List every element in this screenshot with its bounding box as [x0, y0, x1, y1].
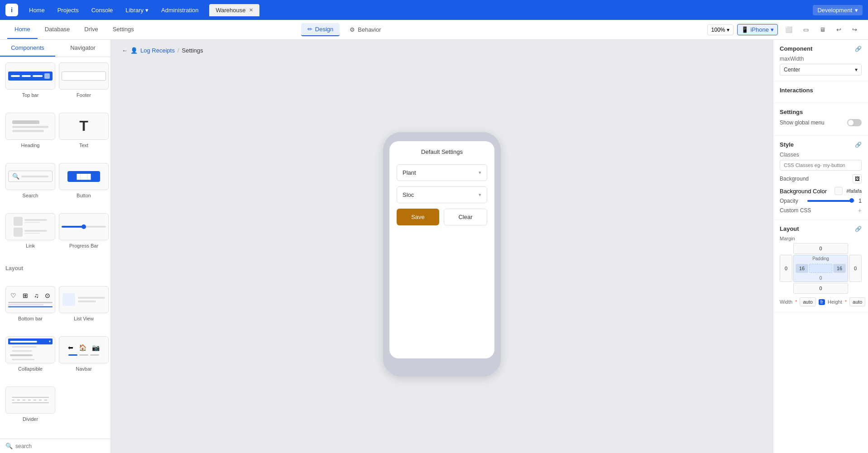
nav-administration[interactable]: Administration — [156, 4, 204, 16]
component-footer[interactable]: Footer — [59, 62, 109, 109]
phone-mockup: Default Settings Plant ▾ Sloc ▾ Save Cle… — [383, 132, 501, 377]
custom-css-expand-btn[interactable]: + — [858, 207, 862, 214]
tab-drive[interactable]: Drive — [77, 20, 105, 39]
component-heading[interactable]: Heading — [5, 113, 55, 159]
nav-console[interactable]: Console — [86, 4, 119, 16]
bottombar-label: Bottom bar — [18, 316, 43, 321]
zoom-select[interactable]: 100% ▾ — [707, 24, 734, 35]
tab-home[interactable]: Home — [7, 20, 38, 39]
button-label: Button — [77, 193, 91, 198]
progress-label: Progress Bar — [69, 243, 98, 248]
padding-right-box[interactable]: 16 — [833, 264, 846, 273]
active-tab-warehouse[interactable]: Warehouse ✕ — [209, 4, 259, 16]
top-nav-right: Development ▾ — [813, 5, 863, 15]
breadcrumb-page-link[interactable]: Log Receipts — [140, 47, 175, 54]
component-text[interactable]: T Text — [59, 113, 109, 159]
canvas-center: Default Settings Plant ▾ Sloc ▾ Save Cle… — [118, 63, 766, 446]
desktop-btn[interactable]: 🖥 — [816, 24, 829, 35]
component-collapsible[interactable]: ▾ Collapsible — [5, 336, 55, 383]
field-plant-chevron: ▾ — [479, 170, 481, 176]
component-navbar[interactable]: ⬅ 🏠 📷 Navbar — [59, 336, 109, 383]
background-image-btn[interactable]: 🖼 — [853, 174, 862, 183]
show-global-menu-toggle[interactable] — [847, 119, 862, 126]
left-panel: Components Navigator Top bar Footer — [0, 40, 111, 453]
back-arrow-icon[interactable]: ← — [122, 47, 128, 54]
phone-field-sloc[interactable]: Sloc ▾ — [397, 186, 487, 203]
canvas-area: ← 👤 Log Receipts / Settings Default Sett… — [111, 40, 773, 453]
margin-bottom-box[interactable]: 0 — [793, 283, 848, 294]
background-color-swatch[interactable] — [834, 187, 843, 195]
height-box[interactable]: auto — [849, 297, 865, 306]
component-section-header: Component 🔗 — [780, 45, 862, 52]
text-label: Text — [79, 143, 88, 148]
nav-library[interactable]: Library ▾ — [120, 4, 154, 16]
component-progress[interactable]: Progress Bar — [59, 213, 109, 260]
behavior-icon: ⚙ — [350, 26, 355, 33]
person-icon: 👤 — [130, 47, 138, 54]
text-preview: T — [59, 113, 109, 140]
component-topbar[interactable]: Top bar — [5, 62, 55, 109]
right-panel: Component 🔗 maxWidth Center ▾ Interactio… — [773, 40, 868, 453]
search-preview-icon: 🔍 — [12, 173, 19, 180]
dev-badge[interactable]: Development ▾ — [813, 5, 863, 15]
save-button[interactable]: Save — [397, 209, 439, 225]
design-mode-btn[interactable]: ✏ Design — [301, 23, 340, 36]
clear-button[interactable]: Clear — [444, 209, 487, 225]
tablet-landscape-btn[interactable]: ▭ — [800, 24, 812, 35]
layout-link-icon[interactable]: 🔗 — [855, 226, 862, 232]
close-tab-icon[interactable]: ✕ — [249, 7, 253, 13]
width-box[interactable]: auto — [800, 297, 815, 306]
phone-screen-title: Default Settings — [397, 148, 487, 155]
margin-right-box[interactable]: 0 — [849, 255, 862, 282]
iphone-device-btn[interactable]: 📱 iPhone ▾ — [737, 24, 777, 35]
component-search[interactable]: 🔍 Search — [5, 163, 55, 210]
progress-preview — [59, 213, 109, 240]
margin-top-box[interactable]: 0 — [793, 243, 848, 254]
undo-btn[interactable]: ↩ — [833, 24, 845, 35]
tab-database[interactable]: Database — [38, 20, 77, 39]
divider-preview — [5, 386, 55, 414]
tab-settings[interactable]: Settings — [106, 20, 141, 39]
app-logo: i — [5, 4, 18, 16]
nav-projects[interactable]: Projects — [52, 4, 84, 16]
navigator-tab[interactable]: Navigator — [55, 40, 110, 57]
field-plant-value: Plant — [403, 169, 416, 176]
settings-title: Settings — [780, 109, 803, 115]
layout-header: Layout 🔗 — [780, 225, 862, 232]
component-divider[interactable]: Divider — [5, 386, 55, 433]
custom-css-label: Custom CSS — [780, 207, 811, 214]
settings-header: Settings — [780, 109, 862, 115]
component-button[interactable]: ████ Button — [59, 163, 109, 210]
zoom-dropdown-icon: ▾ — [727, 27, 729, 33]
link-preview — [5, 213, 55, 240]
padding-left-box[interactable]: 16 — [796, 264, 808, 273]
opacity-row: Opacity 1 — [780, 198, 862, 204]
component-link-icon[interactable]: 🔗 — [855, 46, 862, 52]
dimensions-row: Width * auto fr Height * auto fr — [780, 297, 862, 306]
style-link-icon[interactable]: 🔗 — [855, 142, 862, 148]
width-label: Width — [780, 299, 792, 305]
component-link[interactable]: Link — [5, 213, 55, 260]
maxwidth-select[interactable]: Center ▾ — [780, 64, 862, 76]
padding-label: Padding — [812, 256, 829, 261]
collapsible-preview: ▾ — [5, 336, 55, 363]
layout-section-label: Layout — [5, 263, 109, 283]
component-bottombar[interactable]: ♡ ⊞ ♫ ⊙ Bottom bar — [5, 286, 55, 333]
component-section: Component 🔗 maxWidth Center ▾ — [773, 40, 868, 81]
redo-btn[interactable]: ↪ — [849, 24, 861, 35]
behavior-mode-btn[interactable]: ⚙ Behavior — [343, 24, 387, 36]
phone-field-plant[interactable]: Plant ▾ — [397, 164, 487, 181]
components-tab[interactable]: Components — [0, 40, 55, 57]
classes-input[interactable] — [780, 160, 862, 171]
opacity-slider[interactable] — [807, 200, 855, 202]
search-input[interactable] — [15, 443, 105, 449]
interactions-header: Interactions — [780, 87, 862, 94]
tablet-portrait-btn[interactable]: ⬜ — [782, 24, 796, 35]
margin-left-box[interactable]: 0 — [780, 255, 792, 282]
nav-home[interactable]: Home — [24, 4, 50, 16]
background-color-label: Background Color — [780, 188, 827, 195]
classes-label: Classes — [780, 152, 862, 158]
margin-label: Margin — [780, 236, 862, 241]
field-sloc-value: Sloc — [403, 191, 414, 198]
component-listview[interactable]: List View — [59, 286, 109, 333]
